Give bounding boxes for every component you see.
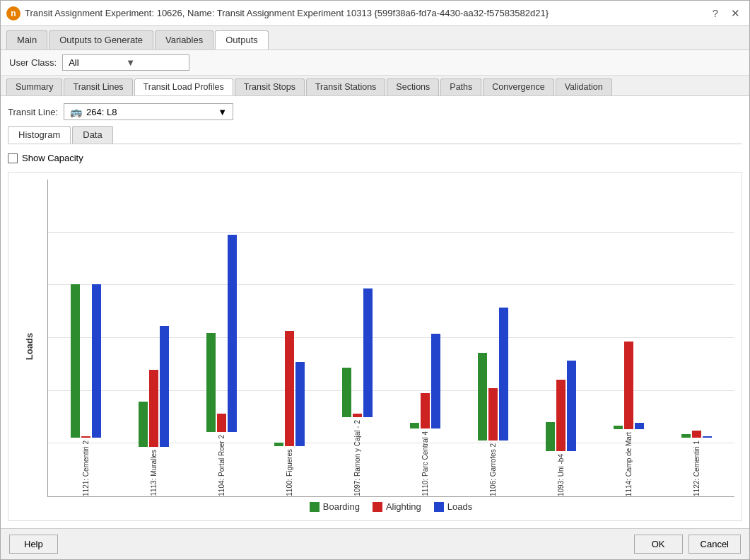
stop-label: 1121: Cementiri 2	[82, 441, 90, 496]
bars-row	[681, 431, 712, 438]
bar-boarding	[478, 353, 487, 441]
chart-wrapper: Loads 0501001502002503001121: Cementiri …	[8, 172, 742, 521]
user-class-label: User Class:	[9, 57, 57, 68]
help-button[interactable]: Help	[9, 535, 58, 554]
user-class-select[interactable]: All ▼	[62, 54, 189, 71]
bars-row	[342, 288, 373, 417]
bars-row	[206, 235, 237, 432]
stop-group: 1113: Muralles	[139, 326, 169, 496]
bar-alighting	[353, 414, 362, 417]
bars-row	[274, 331, 305, 446]
subtab-convergence[interactable]: Convergence	[483, 78, 553, 95]
bar-loads	[567, 361, 576, 451]
legend-alighting: Alighting	[373, 501, 421, 512]
ok-cancel-group: OK Cancel	[634, 535, 741, 554]
subtab-transit-load-profiles[interactable]: Transit Load Profiles	[134, 78, 233, 95]
legend-boarding-color	[310, 502, 320, 512]
innertab-histogram[interactable]: Histogram	[8, 126, 71, 144]
chart-container: Loads 0501001502002503001121: Cementiri …	[8, 172, 742, 521]
stop-label: 1113: Muralles	[150, 450, 158, 496]
inner-tab-bar: Histogram Data	[8, 126, 742, 144]
bar-alighting	[556, 380, 566, 451]
legend-boarding-label: Boarding	[323, 501, 360, 512]
stop-group: 1097: Ramon y Cajal - 2	[342, 288, 373, 496]
subtab-transit-lines[interactable]: Transit Lines	[64, 78, 132, 95]
cancel-button[interactable]: Cancel	[689, 535, 741, 554]
app-icon: n	[6, 6, 20, 21]
stop-label: 1097: Ramon y Cajal - 2	[353, 420, 361, 496]
stop-group: 1100: Figueres	[274, 331, 305, 496]
sub-tab-bar: Summary Transit Lines Transit Load Profi…	[1, 76, 749, 96]
bar-loads	[295, 362, 305, 446]
stop-group: 1104: Portal Roer 2	[206, 235, 237, 496]
stop-label: 1110: Parc Central 4	[421, 431, 429, 496]
title-actions: ? ✕	[709, 6, 744, 21]
transit-line-select[interactable]: 🚌 264: L8 ▼	[64, 103, 233, 120]
subtab-transit-stops[interactable]: Transit Stops	[235, 78, 305, 95]
tab-variables[interactable]: Variables	[155, 30, 213, 49]
chart-inner: 0501001502002503001121: Cementiri 21113:…	[47, 180, 734, 513]
stop-label: 1093: Uni -b4	[557, 454, 565, 496]
stop-group: 1093: Uni -b4	[546, 361, 576, 496]
tab-main[interactable]: Main	[6, 30, 47, 49]
top-tab-bar: Main Outputs to Generate Variables Outpu…	[1, 26, 749, 50]
ok-button[interactable]: OK	[634, 535, 683, 554]
bar-loads	[92, 284, 101, 438]
stop-group: 1121: Cementiri 2	[71, 284, 101, 496]
bar-loads	[635, 423, 644, 429]
bar-boarding	[681, 434, 691, 438]
tab-outputs-to-generate[interactable]: Outputs to Generate	[49, 30, 153, 49]
legend-alighting-label: Alighting	[386, 501, 421, 512]
subtab-validation[interactable]: Validation	[556, 78, 612, 95]
bars-row	[410, 334, 440, 428]
bus-icon: 🚌	[70, 106, 82, 117]
bar-boarding	[614, 426, 623, 429]
bar-boarding	[410, 423, 419, 428]
subtab-sections[interactable]: Sections	[387, 78, 439, 95]
stop-label: 1106: Garrofes 2	[489, 443, 497, 496]
close-title-button[interactable]: ✕	[727, 6, 744, 21]
bars-container: 1121: Cementiri 21113: Muralles1104: Por…	[48, 180, 734, 496]
y-axis-label: Loads	[24, 333, 35, 360]
legend-boarding: Boarding	[310, 501, 360, 512]
transit-line-arrow: ▼	[218, 107, 227, 117]
bar-alighting	[217, 414, 226, 432]
legend-loads-color	[434, 502, 444, 512]
bar-loads	[431, 334, 440, 428]
help-title-button[interactable]: ?	[709, 6, 722, 21]
bottom-bar: Help OK Cancel	[1, 528, 749, 559]
window-title: Transit Assignment Experiment: 10626, Na…	[25, 8, 705, 18]
subtab-transit-stations[interactable]: Transit Stations	[306, 78, 385, 95]
user-class-row: User Class: All ▼	[1, 50, 749, 76]
stop-label: 1122: Cementiri 1	[693, 441, 701, 496]
subtab-paths[interactable]: Paths	[440, 78, 481, 95]
bar-alighting	[285, 331, 294, 446]
bars-area: 0501001502002503001121: Cementiri 21113:…	[47, 180, 734, 497]
bar-boarding	[546, 422, 555, 451]
main-window: n Transit Assignment Experiment: 10626, …	[0, 0, 750, 560]
stop-group: 1106: Garrofes 2	[478, 308, 508, 496]
bar-alighting	[488, 388, 498, 441]
show-capacity-checkbox[interactable]	[8, 153, 18, 163]
bar-boarding	[342, 368, 351, 417]
transit-line-value: 264: L8	[86, 107, 213, 117]
bar-alighting	[81, 436, 90, 438]
transit-line-row: Transit Line: 🚌 264: L8 ▼	[8, 103, 742, 120]
bars-row	[478, 308, 508, 441]
stop-label: 1104: Portal Roer 2	[218, 435, 225, 496]
bar-loads	[499, 308, 508, 441]
bars-row	[614, 342, 644, 429]
bar-boarding	[206, 333, 216, 432]
chart-legend: Boarding Alighting Loads	[47, 497, 734, 513]
title-bar: n Transit Assignment Experiment: 10626, …	[1, 1, 749, 26]
stop-group: 1114: Camp de Mart	[614, 342, 644, 496]
innertab-data[interactable]: Data	[72, 126, 112, 144]
tab-outputs[interactable]: Outputs	[215, 30, 269, 49]
bar-alighting	[624, 342, 633, 429]
bars-row	[546, 361, 576, 451]
subtab-summary[interactable]: Summary	[6, 78, 62, 95]
bar-boarding	[274, 443, 283, 446]
stop-label: 1100: Figueres	[286, 449, 293, 496]
bar-loads	[703, 436, 712, 438]
bar-loads	[363, 288, 373, 417]
